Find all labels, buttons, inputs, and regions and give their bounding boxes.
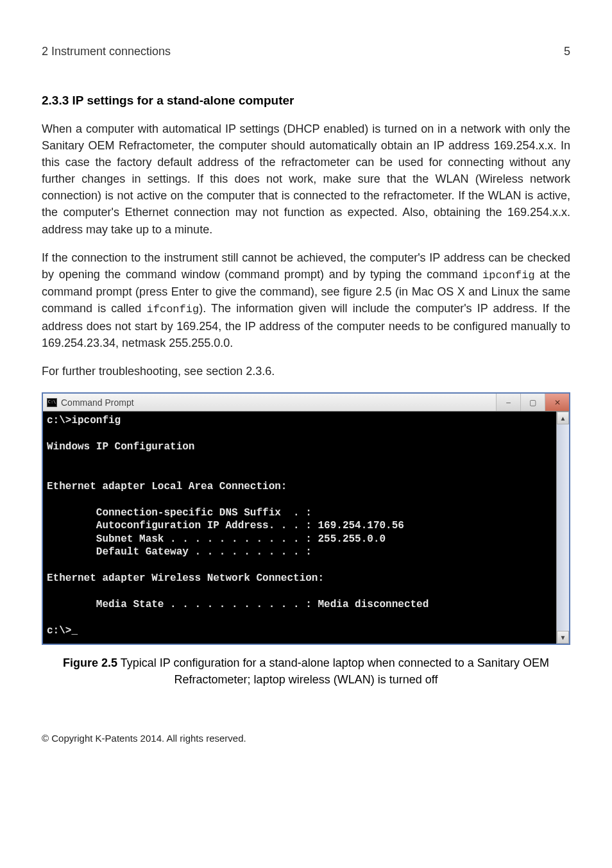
- terminal-output[interactable]: c:\>ipconfig Windows IP Configuration Et…: [43, 412, 556, 644]
- window-client-area: c:\>ipconfig Windows IP Configuration Et…: [43, 412, 569, 644]
- cmd-icon: C:\: [47, 398, 57, 407]
- figure-caption-text: Typical IP configuration for a stand-alo…: [117, 656, 549, 685]
- vertical-scrollbar[interactable]: ▲ ▼: [556, 412, 569, 644]
- figure-label: Figure 2.5: [63, 656, 117, 669]
- chapter-title: 2 Instrument connections: [42, 45, 171, 58]
- maximize-button[interactable]: ▢: [520, 394, 545, 411]
- page-header: 2 Instrument connections 5: [42, 45, 570, 58]
- page-number: 5: [564, 45, 570, 58]
- command-prompt-window: C:\ Command Prompt – ▢ ✕ c:\>ipconfig Wi…: [42, 392, 570, 645]
- section-heading: 2.3.3 IP settings for a stand-alone comp…: [42, 94, 570, 108]
- code-ipconfig: ipconfig: [482, 269, 535, 281]
- window-title: Command Prompt: [61, 397, 134, 408]
- scroll-track[interactable]: [557, 424, 569, 631]
- minimize-button[interactable]: –: [496, 394, 520, 411]
- window-titlebar[interactable]: C:\ Command Prompt – ▢ ✕: [43, 394, 569, 412]
- paragraph-3: For further troubleshooting, see section…: [42, 363, 570, 380]
- window-buttons: – ▢ ✕: [496, 394, 569, 411]
- scroll-down-icon[interactable]: ▼: [557, 631, 569, 644]
- scroll-up-icon[interactable]: ▲: [557, 412, 569, 424]
- close-button[interactable]: ✕: [545, 394, 569, 411]
- paragraph-2: If the connection to the instrument stil…: [42, 249, 570, 352]
- page-footer: © Copyright K-Patents 2014. All rights r…: [42, 733, 570, 744]
- code-ifconfig: ifconfig: [147, 303, 200, 315]
- paragraph-1: When a computer with automatical IP sett…: [42, 121, 570, 238]
- figure-caption: Figure 2.5 Typical IP configuration for …: [42, 655, 570, 687]
